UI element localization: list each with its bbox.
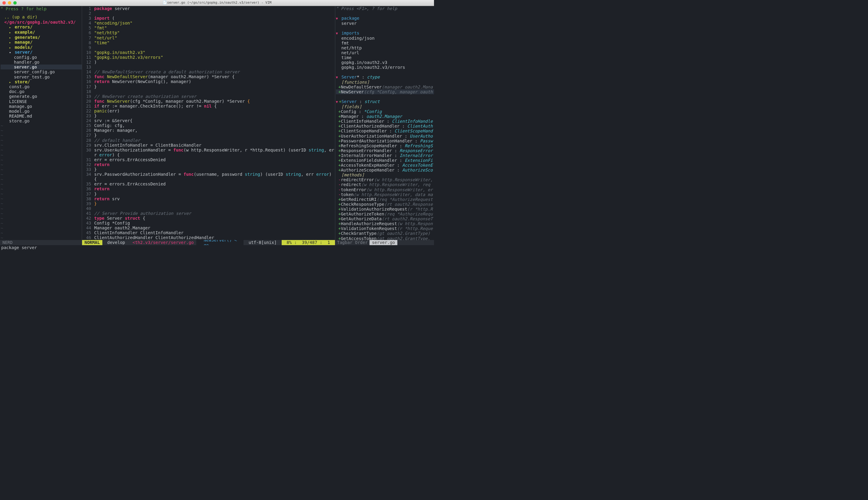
tagbar-item[interactable]: redirect(w http.ResponseWriter, req <box>336 182 434 187</box>
code-line[interactable]: type Server struct { <box>94 216 335 220</box>
tagbar-item[interactable]: UserAuthorizationHandler : UserAutho <box>336 134 434 138</box>
code-line[interactable]: srv := &Server{ <box>94 118 335 123</box>
code-line[interactable] <box>94 45 335 50</box>
editor-pane[interactable]: 1234567891011121314151617181920212223242… <box>82 6 335 240</box>
code-line[interactable]: return srv <box>94 196 335 201</box>
tagbar-item[interactable]: GetAccessToken(gt oauth2.GrantType, <box>336 236 434 240</box>
tagbar-item[interactable]: [fields] <box>336 104 434 109</box>
tree-file[interactable]: config.go <box>1 55 82 60</box>
tagbar-item[interactable]: ClientScopeHandler : ClientScopeHand <box>336 128 434 133</box>
section-collapse-icon[interactable] <box>336 17 339 21</box>
tagbar-item[interactable]: AccessTokenExpHandler : AccessTokenE <box>336 163 434 168</box>
tagbar-item[interactable]: ValidationAuthorizeRequest(r *http.R <box>336 207 434 212</box>
code-line[interactable]: return NewServer(NewConfig(), manager) <box>94 79 335 84</box>
tagbar-item[interactable]: HandleAuthorizeRequest(w http.Respon <box>336 221 434 226</box>
tagbar-item[interactable]: ValidationTokenRequest(r *http.Reque <box>336 226 434 231</box>
code-line[interactable]: ClientAuthorizedHandler ClientAuthorized… <box>94 235 335 240</box>
tagbar-item[interactable]: RefreshingScopeHandler : RefreshingS <box>336 143 434 148</box>
tagbar-item[interactable]: gopkg.in/oauth2.v3 <box>336 60 434 65</box>
code-line[interactable]: // NewDefaultServer create a default aut… <box>94 69 335 74</box>
tree-file[interactable]: manage.go <box>1 104 82 109</box>
tagbar-item[interactable]: PasswordAuthorizationHandler : Passw <box>336 138 434 143</box>
tagbar-section[interactable]: Server* : ctype <box>336 75 434 80</box>
tagbar-item[interactable]: time <box>336 55 434 60</box>
tree-file[interactable]: server_config.go <box>1 69 82 74</box>
code-line[interactable]: return <box>94 186 335 191</box>
code-line[interactable] <box>94 11 335 16</box>
tagbar-item[interactable]: NewServer(cfg *Config, manager oauth <box>336 89 434 94</box>
tagbar-item[interactable]: gopkg.in/oauth2.v3/errors <box>336 65 434 70</box>
code-line[interactable]: package server <box>94 6 335 11</box>
tree-file[interactable]: README.md <box>1 114 82 118</box>
code-line[interactable]: err = errors.ErrAccessDenied <box>94 157 335 162</box>
tree-file[interactable]: const.go <box>1 84 82 89</box>
tagbar-item[interactable]: token(w http.ResponseWriter, data ma <box>336 192 434 197</box>
tagbar-item[interactable]: ResponseErrorHandler : ResponseError <box>336 148 434 153</box>
tree-folder[interactable]: errors/ <box>1 24 82 30</box>
tree-file[interactable]: server.go <box>1 65 82 69</box>
code-line[interactable]: } <box>94 113 335 118</box>
code-line[interactable]: import ( <box>94 16 335 21</box>
tree-folder[interactable]: server/ <box>1 50 82 55</box>
code-line[interactable]: ) <box>94 60 335 65</box>
tagbar-item[interactable]: [methods] <box>336 172 434 177</box>
command-line[interactable]: package server <box>0 245 434 250</box>
tagbar-item[interactable]: net/http <box>336 45 434 50</box>
code-line[interactable]: return <box>94 162 335 167</box>
code-line[interactable]: srv.UserAuthorizationHandler = func(w ht… <box>94 148 335 152</box>
code-line[interactable]: if err := manager.CheckInterface(); err … <box>94 104 335 109</box>
code-line[interactable]: // NewServer create authorization server <box>94 94 335 99</box>
code-line[interactable]: // default handler <box>94 138 335 143</box>
tree-file[interactable]: store.go <box>1 118 82 123</box>
tagbar-item[interactable]: server <box>336 21 434 26</box>
code-line[interactable]: srv.ClientInfoHandler = ClientBasicHandl… <box>94 143 335 148</box>
tagbar-item[interactable]: GetRedirectURI(req *AuthorizeRequest <box>336 197 434 202</box>
code-line[interactable]: } <box>94 201 335 206</box>
code-line[interactable]: "gopkg.in/oauth2.v3" <box>94 50 335 55</box>
tree-folder[interactable]: manage/ <box>1 40 82 45</box>
code-line[interactable]: err = errors.ErrAccessDenied <box>94 182 335 186</box>
section-collapse-icon[interactable] <box>336 100 339 104</box>
tree-folder[interactable]: models/ <box>1 45 82 50</box>
code-line[interactable]: func NewDefaultServer(manager oauth2.Man… <box>94 74 335 79</box>
tree-file[interactable]: model.go <box>1 109 82 114</box>
tagbar-item[interactable]: InternalErrorHandler : InternalError <box>336 153 434 158</box>
tagbar-section[interactable]: package <box>336 16 434 21</box>
code-line[interactable]: "gopkg.in/oauth2.v3/errors" <box>94 55 335 60</box>
tree-folder[interactable]: example/ <box>1 30 82 35</box>
code-line[interactable]: func NewServer(cfg *Config, manager oaut… <box>94 99 335 104</box>
nerdtree-up-dir[interactable]: .. (up a dir) <box>1 14 82 20</box>
tagbar-item[interactable]: [functions] <box>336 80 434 84</box>
tagbar-item[interactable]: ClientAuthorizedHandler : ClientAuth <box>336 124 434 128</box>
tree-folder[interactable]: store/ <box>1 79 82 84</box>
nerdtree-pane[interactable]: " Press ? for help .. (up a dir) </go/sr… <box>0 6 82 240</box>
section-collapse-icon[interactable] <box>336 76 339 80</box>
tagbar-pane[interactable]: " Press <F1>, ? for help packageserver i… <box>335 6 434 240</box>
tagbar-item[interactable]: NewDefaultServer(manager oauth2.Mana <box>336 84 434 89</box>
tree-file[interactable]: LICENSE <box>1 99 82 104</box>
tagbar-item[interactable]: Config : *Config <box>336 109 434 114</box>
code-line[interactable]: panic(err) <box>94 109 335 113</box>
tagbar-item[interactable]: tokenError(w http.ResponseWriter, er <box>336 187 434 192</box>
tagbar-section[interactable]: Server : struct <box>336 99 434 104</box>
tagbar-item[interactable]: CheckResponseType(rt oauth2.Response <box>336 202 434 207</box>
code-line[interactable]: "fmt" <box>94 25 335 30</box>
code-line[interactable]: "net/url" <box>94 35 335 40</box>
tagbar-item[interactable]: net/url <box>336 50 434 55</box>
code-line[interactable]: Config: cfg, <box>94 123 335 128</box>
code-line[interactable]: } <box>94 84 335 89</box>
tagbar-item[interactable]: redirectError(w http.ResponseWriter, <box>336 177 434 182</box>
tagbar-item[interactable]: Manager : oauth2.Manager <box>336 114 434 119</box>
tagbar-item[interactable]: AuthorizeScopeHandler : AuthorizeSco <box>336 168 434 172</box>
code-line[interactable] <box>94 89 335 94</box>
tagbar-section[interactable]: imports <box>336 31 434 36</box>
tagbar-item[interactable]: ExtensionFieldsHandler : ExtensionFi <box>336 158 434 163</box>
code-line[interactable] <box>94 65 335 69</box>
code-line[interactable]: } <box>94 167 335 172</box>
code-line[interactable]: Manager: manager, <box>94 128 335 133</box>
code-line[interactable]: r error) { <box>94 152 335 157</box>
code-line[interactable]: "encoding/json" <box>94 21 335 25</box>
code-line[interactable]: } <box>94 192 335 196</box>
tree-file[interactable]: generate.go <box>1 94 82 99</box>
code-line[interactable]: // Server Provide authorization server <box>94 211 335 216</box>
